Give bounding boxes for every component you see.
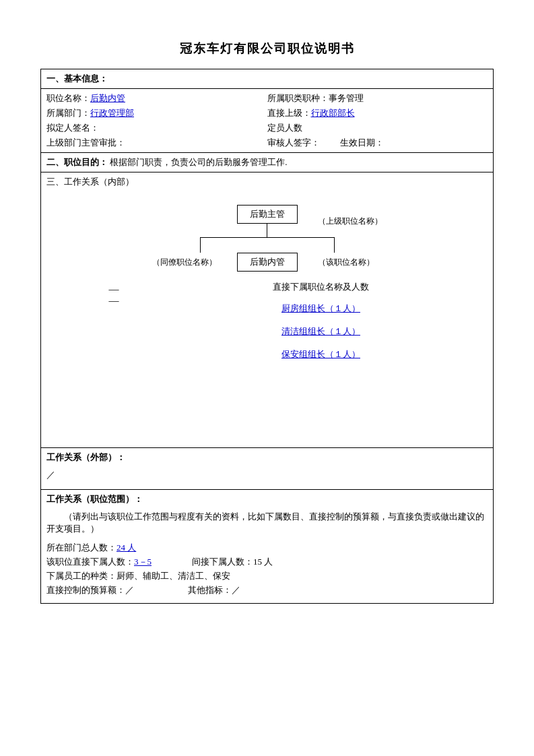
dept-value: 行政管理部 xyxy=(90,108,134,118)
sub-link-2[interactable]: 清洁组组长（１人） xyxy=(281,325,360,338)
dept-approve-label: 上级部门主管审批： xyxy=(46,137,125,148)
superior-label: 直接上级： xyxy=(267,108,311,118)
current-org-box: 后勤内管 xyxy=(237,253,298,272)
position-name-label: 职位名称： xyxy=(46,93,90,103)
direct-subordinates-row: 该职位直接下属人数：3－5 间接下属人数：15 人 xyxy=(46,556,488,568)
page-title: 冠东车灯有限公司职位说明书 xyxy=(40,40,494,57)
dept-label: 所属部门： xyxy=(46,108,90,118)
section5-desc: （请列出与该职位工作范围与程度有关的资料，比如下属数目、直接控制的预算额，与直接… xyxy=(46,511,488,535)
dash1: — xyxy=(109,284,119,295)
budget-row: 直接控制的预算额：／ 其他指标：／ xyxy=(46,584,488,596)
job-class-value: 事务管理 xyxy=(329,93,364,103)
sub-header: 直接下属职位名称及人数 xyxy=(273,281,369,293)
section3-header: 三、工作关系（内部） xyxy=(46,177,134,187)
section2-header: 二、职位目的： xyxy=(46,157,108,167)
superior-label-org: （上级职位名称） xyxy=(318,216,382,227)
dash2: — xyxy=(109,295,119,307)
section5-header: 工作关系（职位范围）： xyxy=(46,494,143,504)
job-class-label: 所属职类职种： xyxy=(267,93,329,103)
superior-org-box: 后勤主管 xyxy=(237,205,298,224)
section2-content: 根据部门职责，负责公司的后勤服务管理工作. xyxy=(110,157,287,167)
section4-content: ／ xyxy=(46,470,55,480)
peer-label-org: （同僚职位名称） xyxy=(152,257,217,267)
headcount-label: 定员人数 xyxy=(267,123,302,133)
proposer-label: 拟定人签名： xyxy=(46,123,99,133)
reviewer-label: 审核人签字： xyxy=(267,137,320,149)
effective-date-label: 生效日期： xyxy=(340,137,384,149)
section1-header: 一、基本信息： xyxy=(46,73,108,84)
total-people-row: 所在部门总人数：24 人 xyxy=(46,542,488,554)
superior-value: 行政部部长 xyxy=(311,108,355,118)
current-label-org: （该职位名称） xyxy=(318,257,374,267)
sub-link-3[interactable]: 保安组组长（１人） xyxy=(281,348,360,360)
section4-header: 工作关系（外部）： xyxy=(46,452,125,462)
connector-v1 xyxy=(267,224,267,237)
position-name-value: 后勤内管 xyxy=(90,93,125,103)
sub-link-1[interactable]: 厨房组组长（１人） xyxy=(281,303,360,315)
types-row: 下属员工的种类：厨师、辅助工、清洁工、保安 xyxy=(46,570,488,582)
